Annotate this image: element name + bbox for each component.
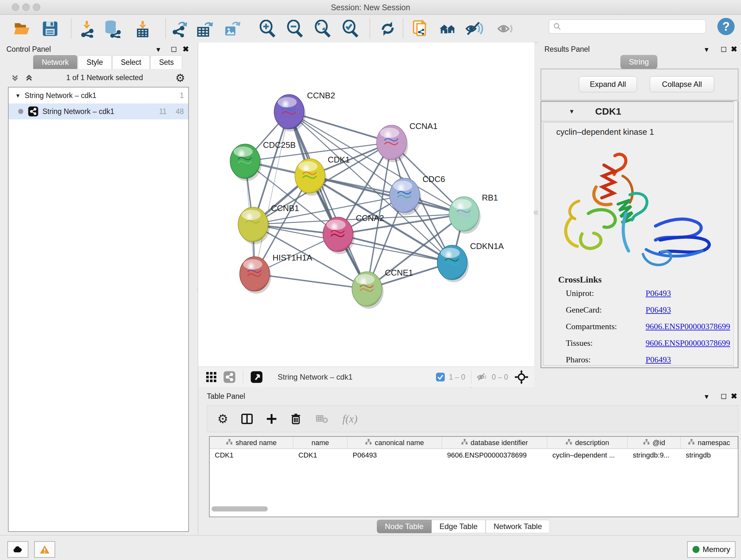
show-all-icon[interactable] (496, 19, 515, 38)
column-header--id[interactable]: @id (628, 437, 681, 449)
crosslink-link[interactable]: 9606.ENSP00000378699 (646, 338, 730, 348)
selected-checkbox-icon[interactable] (435, 372, 445, 382)
zoom-in-icon[interactable] (259, 19, 277, 38)
zoom-selected-icon[interactable] (341, 19, 360, 38)
table-panel: Table Panel ▾ ◻ ✖ ⚙ f(x) shared namename… (198, 388, 741, 535)
results-panel-close-icon[interactable]: ✖ (731, 45, 737, 54)
tab-select[interactable]: Select (112, 55, 150, 69)
table-panel-menu-icon[interactable]: ▾ (704, 392, 709, 401)
crosslink-link[interactable]: P06493 (646, 289, 671, 298)
network-node-RB1[interactable]: RB1 (449, 193, 498, 234)
network-list-icon[interactable] (223, 371, 236, 383)
add-column-icon[interactable] (266, 413, 277, 425)
table-cell[interactable]: CDK1 (293, 449, 347, 462)
column-header-canonical-name[interactable]: canonical name (347, 437, 442, 449)
refresh-icon[interactable] (379, 19, 397, 38)
import-table-icon[interactable] (133, 19, 152, 38)
results-scrollbar[interactable] (733, 101, 738, 367)
expand-all-icon[interactable] (24, 73, 34, 83)
help-icon[interactable]: ? (718, 18, 735, 35)
network-selected-status: 1 of 1 Network selected (34, 73, 176, 82)
network-options-gear-icon[interactable]: ⚙ (176, 72, 185, 83)
column-header-shared-name[interactable]: shared name (210, 437, 293, 449)
collapse-all-icon[interactable] (10, 73, 20, 83)
control-panel-menu-icon[interactable]: ▾ (156, 45, 160, 54)
node-label-CCNA2: CCNA2 (356, 213, 384, 223)
column-header-database-identifier[interactable]: database identifier (442, 437, 547, 449)
table-cell[interactable]: cyclin–dependent ... (547, 449, 628, 462)
delete-table-icon[interactable] (316, 413, 328, 425)
warnings-button[interactable] (34, 541, 55, 558)
delete-column-icon[interactable] (290, 413, 301, 425)
tab-edge-table[interactable]: Edge Table (431, 520, 486, 533)
first-neighbors-icon[interactable] (439, 19, 457, 38)
gene-card-header[interactable]: ▾ CDK1 (541, 102, 738, 121)
tab-node-table[interactable]: Node Table (377, 520, 431, 533)
network-node-HIST1H1A[interactable]: HIST1H1A (240, 253, 313, 294)
zoom-fit-icon[interactable] (314, 19, 332, 38)
tab-string[interactable]: String (620, 55, 657, 69)
search-input[interactable] (561, 22, 697, 31)
column-hierarchy-icon (226, 439, 233, 447)
network-node-CDC6[interactable]: CDC6 (390, 174, 445, 215)
network-node-CCNA1[interactable]: CCNA1 (377, 121, 437, 162)
results-panel-menu-icon[interactable]: ▾ (704, 45, 709, 54)
show-columns-icon[interactable] (241, 413, 253, 425)
memory-button[interactable]: Memory (687, 541, 736, 558)
table-cell[interactable]: 9606.ENSP00000378699 (442, 449, 547, 462)
network-node-CDK1[interactable]: CDK1 (295, 155, 350, 196)
hidden-eye-icon[interactable] (476, 371, 488, 383)
table-panel-float-icon[interactable]: ◻ (721, 391, 727, 400)
network-node-CDKN1A[interactable]: CDKN1A (437, 241, 504, 282)
collection-expander-icon[interactable]: ▾ (16, 91, 19, 99)
table-cell[interactable]: CDK1 (210, 449, 293, 462)
results-panel-float-icon[interactable]: ◻ (721, 44, 727, 53)
tab-style[interactable]: Style (78, 55, 111, 69)
open-session-icon[interactable] (13, 19, 31, 38)
save-session-icon[interactable] (41, 19, 59, 38)
table-cell[interactable]: stringdb (681, 449, 738, 462)
export-network-icon[interactable] (170, 19, 189, 38)
table-cell[interactable]: stringdb:9... (628, 449, 681, 462)
import-network-file-icon[interactable] (77, 19, 96, 38)
table-settings-gear-icon[interactable]: ⚙ (217, 413, 228, 425)
network-collection-row[interactable]: ▾ String Network – cdk1 1 (9, 87, 188, 104)
export-image-icon[interactable] (223, 19, 241, 38)
tab-network[interactable]: Network (33, 55, 77, 69)
tab-sets[interactable]: Sets (150, 55, 182, 69)
crosslink-link[interactable]: 9606.ENSP00000378699 (646, 322, 730, 331)
column-header-namespac[interactable]: namespac (681, 437, 738, 449)
column-header-name[interactable]: name (293, 437, 347, 449)
tab-network-table[interactable]: Network Table (486, 520, 550, 533)
import-network-database-icon[interactable] (103, 19, 122, 38)
search-icon (553, 22, 561, 30)
expand-all-button[interactable]: Expand All (579, 76, 637, 92)
control-panel-float-icon[interactable]: ◻ (171, 44, 177, 53)
hide-selected-icon[interactable] (465, 19, 484, 38)
cloud-button[interactable] (7, 541, 28, 558)
gene-expander-icon[interactable]: ▾ (570, 107, 574, 116)
fit-content-crosshair-icon[interactable] (515, 370, 529, 384)
node-label-CDK1: CDK1 (328, 155, 350, 165)
column-header-description[interactable]: description (547, 437, 628, 449)
control-panel-close-icon[interactable]: ✖ (183, 45, 189, 54)
crosslink-link[interactable]: P06493 (646, 355, 671, 365)
network-node-CCNB2[interactable]: CCNB2 (274, 91, 335, 132)
toolbar-separator (403, 18, 403, 38)
collapse-all-button[interactable]: Collapse All (650, 76, 714, 92)
open-view-icon[interactable] (250, 371, 263, 383)
gene-symbol: CDK1 (595, 106, 621, 117)
crosslink-link[interactable]: P06493 (646, 305, 671, 315)
table-hscrollbar[interactable] (212, 506, 268, 511)
copy-network-icon[interactable] (411, 19, 429, 38)
grid-view-icon[interactable] (205, 371, 217, 383)
network-row[interactable]: String Network – cdk1 11 48 (9, 104, 188, 119)
hidden-counts: 0 – 0 (492, 373, 508, 381)
table-panel-close-icon[interactable]: ✖ (731, 392, 737, 401)
export-table-icon[interactable] (195, 19, 214, 38)
function-builder-icon[interactable]: f(x) (342, 413, 357, 425)
table-cell[interactable]: P06493 (347, 449, 442, 462)
network-view-canvas[interactable]: CCNB2CCNA1CDC25BCDK1CDC6RB1CCNB1CCNA2CDK… (198, 43, 534, 367)
zoom-out-icon[interactable] (286, 19, 305, 38)
network-node-CCNE1[interactable]: CCNE1 (352, 268, 413, 309)
